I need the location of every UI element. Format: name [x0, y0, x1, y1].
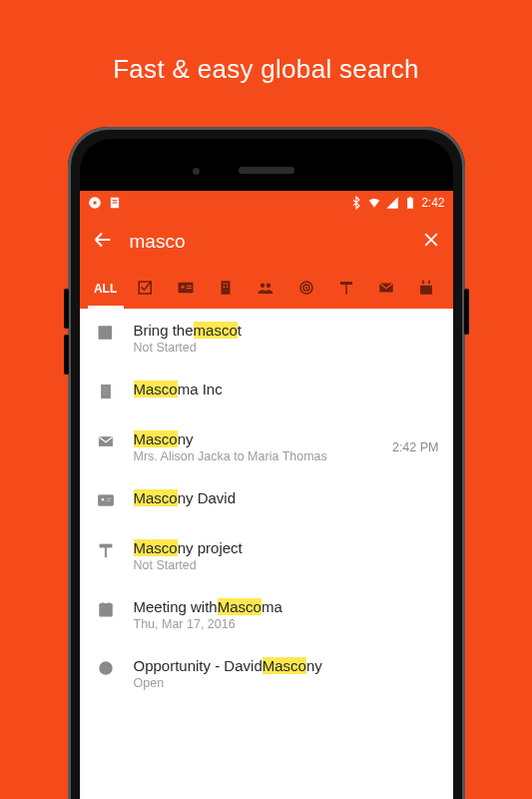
- calendar-icon: [417, 279, 435, 300]
- tab-all[interactable]: ALL: [86, 269, 126, 309]
- result-row[interactable]: Opportunity - David Mascony Open: [80, 644, 453, 703]
- result-row[interactable]: Mascony David: [80, 476, 453, 526]
- mail-icon: [377, 279, 395, 300]
- svg-rect-12: [222, 281, 231, 295]
- svg-rect-10: [187, 285, 192, 286]
- contact-card-icon: [177, 279, 195, 300]
- svg-point-18: [266, 283, 271, 288]
- tab-contacts[interactable]: [166, 269, 206, 309]
- status-bar: 2:42: [80, 191, 453, 215]
- phone-frame: 2:42 masco ALL: [68, 127, 465, 799]
- svg-rect-41: [106, 500, 110, 501]
- svg-rect-11: [187, 288, 192, 289]
- svg-point-39: [101, 498, 104, 501]
- contact-card-icon: [97, 491, 115, 513]
- svg-rect-44: [100, 604, 112, 616]
- result-row[interactable]: Meeting with Mascoma Thu, Mar 17, 2016: [80, 585, 453, 644]
- svg-rect-30: [101, 385, 110, 399]
- phone-sensor: [193, 168, 200, 175]
- result-subtitle: Thu, Mar 17, 2016: [134, 617, 439, 631]
- svg-rect-16: [227, 286, 229, 288]
- notification-doc-icon: [108, 196, 122, 210]
- svg-rect-40: [106, 498, 111, 499]
- svg-rect-38: [98, 495, 113, 506]
- result-title: Mascony: [134, 430, 376, 447]
- battery-icon: [403, 196, 417, 210]
- svg-rect-31: [103, 388, 105, 390]
- result-subtitle: Mrs. Alison Jacka to Maria Thomas: [134, 449, 376, 463]
- svg-point-9: [182, 285, 185, 288]
- signal-icon: [385, 196, 399, 210]
- svg-point-21: [305, 286, 307, 288]
- people-icon: [257, 279, 274, 300]
- mail-icon: [97, 432, 115, 454]
- svg-rect-36: [106, 394, 108, 396]
- filter-tabs: ALL: [80, 269, 453, 309]
- tab-tasks[interactable]: [126, 269, 166, 309]
- svg-rect-6: [409, 197, 411, 199]
- hammer-icon: [97, 541, 115, 563]
- svg-rect-15: [224, 286, 226, 288]
- target-icon: [297, 279, 315, 300]
- svg-rect-26: [420, 282, 432, 285]
- tab-all-label: ALL: [94, 282, 117, 296]
- svg-rect-14: [227, 283, 229, 285]
- svg-rect-43: [105, 547, 107, 557]
- bluetooth-icon: [349, 196, 363, 210]
- svg-rect-22: [340, 282, 352, 285]
- result-row[interactable]: Mascony project Not Started: [80, 526, 453, 585]
- task-check-icon: [97, 324, 115, 346]
- building-icon: [97, 383, 115, 404]
- result-title: Mascony project: [134, 539, 439, 556]
- tab-emails[interactable]: [366, 269, 406, 309]
- result-row[interactable]: Mascony Mrs. Alison Jacka to Maria Thoma…: [80, 417, 453, 476]
- svg-rect-4: [112, 202, 117, 203]
- result-row[interactable]: Mascoma Inc: [80, 368, 453, 417]
- clear-search-button[interactable]: [421, 230, 441, 255]
- wifi-icon: [367, 196, 381, 210]
- task-check-icon: [137, 279, 155, 300]
- svg-rect-35: [103, 394, 105, 396]
- svg-point-1: [93, 201, 97, 205]
- target-icon: [97, 659, 115, 681]
- result-title: Bring the mascot: [134, 322, 439, 339]
- screen: 2:42 masco ALL: [80, 191, 453, 799]
- volume-up-button: [64, 289, 69, 329]
- svg-point-17: [261, 283, 266, 288]
- svg-rect-42: [100, 544, 112, 547]
- svg-rect-33: [103, 391, 105, 393]
- tab-opportunities[interactable]: [286, 269, 326, 309]
- svg-rect-34: [106, 391, 108, 393]
- svg-rect-23: [345, 285, 347, 295]
- calendar-icon: [97, 600, 115, 622]
- svg-rect-27: [423, 280, 425, 284]
- phone-earpiece: [239, 167, 294, 174]
- result-title: Opportunity - David Mascony: [134, 657, 439, 674]
- svg-rect-3: [112, 200, 117, 201]
- result-time: 2:42 PM: [392, 440, 439, 454]
- notification-chat-icon: [88, 196, 102, 210]
- status-time: 2:42: [421, 196, 444, 210]
- result-list[interactable]: Bring the mascot Not Started Mascoma Inc: [80, 309, 453, 799]
- result-title: Meeting with Mascoma: [134, 598, 439, 615]
- tab-leads[interactable]: [246, 269, 285, 309]
- hero-title: Fast & easy global search: [113, 54, 419, 85]
- result-title: Mascony David: [134, 489, 439, 506]
- tab-accounts[interactable]: [206, 269, 246, 309]
- svg-point-47: [105, 667, 107, 669]
- result-title: Mascoma Inc: [134, 381, 439, 398]
- search-input[interactable]: masco: [130, 231, 405, 253]
- svg-rect-5: [407, 198, 413, 209]
- svg-rect-32: [106, 388, 108, 390]
- tab-calendar[interactable]: [406, 269, 446, 309]
- hammer-icon: [337, 279, 355, 300]
- result-subtitle: Not Started: [134, 341, 439, 355]
- result-subtitle: Open: [134, 676, 439, 690]
- back-button[interactable]: [92, 229, 114, 255]
- tab-projects[interactable]: [326, 269, 366, 309]
- svg-rect-13: [224, 283, 226, 285]
- result-row[interactable]: Bring the mascot Not Started: [80, 309, 453, 368]
- svg-rect-28: [429, 280, 431, 284]
- power-button: [464, 289, 469, 335]
- volume-down-button: [64, 335, 69, 375]
